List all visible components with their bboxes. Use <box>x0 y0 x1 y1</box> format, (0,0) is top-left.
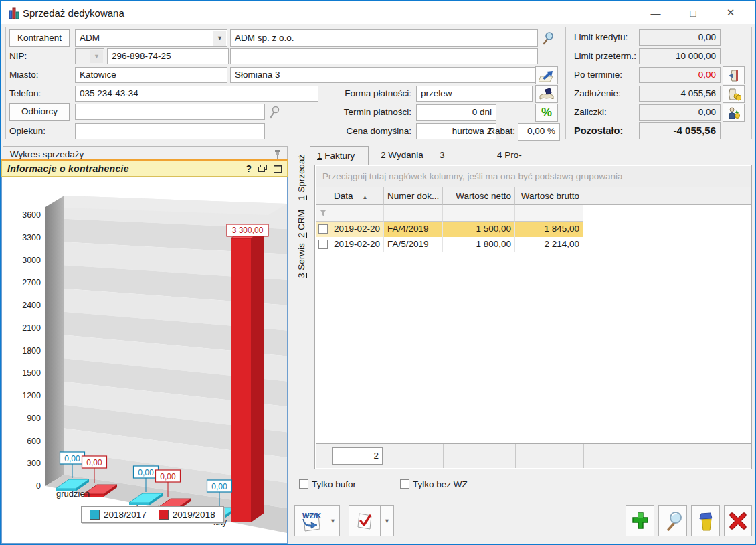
rabat-field[interactable]: 0,00 % <box>518 123 560 141</box>
row-count: 2 <box>332 447 383 465</box>
tab-rezerwacje[interactable]: 3 Rezerwacje <box>433 146 497 165</box>
header-data[interactable]: Data▲ <box>330 187 384 205</box>
row-checkbox-cell[interactable] <box>316 222 330 237</box>
header-checkbox-column[interactable] <box>316 187 330 205</box>
miasto-label: Miasto: <box>9 67 39 83</box>
kontrahent-button[interactable]: Kontrahent <box>9 29 70 47</box>
tylko-bez-wz-label: Tylko bez WZ <box>413 479 468 490</box>
tylko-bufor-label: Tylko bufor <box>312 479 356 490</box>
svg-text:grudzień: grudzień <box>56 489 90 499</box>
filter-funnel-icon[interactable] <box>319 209 327 217</box>
extra-name-field[interactable] <box>230 48 538 64</box>
view-button[interactable] <box>658 505 687 536</box>
table-row[interactable]: 2019-02-20 FA/5/2019 1 800,00 2 214,00 <box>316 237 583 252</box>
tylko-bez-wz-checkbox[interactable] <box>400 479 409 489</box>
tylko-bufor-checkbox[interactable] <box>299 479 308 489</box>
filter-cell[interactable] <box>443 205 515 222</box>
cell-numer[interactable]: FA/4/2019 <box>384 222 443 237</box>
filter-cell[interactable] <box>515 205 583 222</box>
table-row[interactable]: 2019-02-20 FA/4/2019 1 500,00 1 845,00 <box>316 222 583 237</box>
odbiorcy-button[interactable]: Odbiorcy <box>9 103 70 121</box>
chevron-down-icon: ▼ <box>90 50 103 63</box>
tab-crm[interactable]: 2 CRM <box>292 209 312 238</box>
row-checkbox[interactable] <box>318 224 328 234</box>
minimize-button[interactable]: — <box>637 1 674 24</box>
send-address-button[interactable] <box>535 66 558 84</box>
add-button[interactable] <box>626 505 654 536</box>
termin-field[interactable]: 0 dni <box>416 104 496 121</box>
pin-icon[interactable] <box>274 149 282 159</box>
approve-dropdown[interactable]: ▼ <box>381 505 394 536</box>
opiekun-field[interactable] <box>75 123 265 139</box>
row-checkbox-cell[interactable] <box>316 237 330 252</box>
search-icon[interactable] <box>541 31 555 46</box>
approve-button[interactable] <box>349 505 381 536</box>
svg-text:2400: 2400 <box>22 301 41 310</box>
tab-faktury[interactable]: 1 Faktury <box>310 146 369 165</box>
cell-netto[interactable]: 1 500,00 <box>443 222 515 237</box>
tab-serwis[interactable]: 3 Serwis <box>292 241 312 280</box>
limit-przeterm-label: Limit przeterm.: <box>574 48 636 64</box>
tab-sprzedaz[interactable]: 1 Sprzedaż <box>292 149 312 206</box>
telefon-field[interactable]: 035 234-43-34 <box>75 86 318 102</box>
wzk-document-icon: WZ/K <box>298 509 322 533</box>
delete-button[interactable] <box>691 505 720 536</box>
discount-button[interactable]: % <box>535 104 558 122</box>
forma-platnosci-field[interactable]: przelew <box>416 86 533 102</box>
filter-cell[interactable] <box>384 205 443 222</box>
svg-text:2700: 2700 <box>22 278 41 287</box>
pozostalo-value: -4 055,56 <box>639 122 721 139</box>
svg-text:0,00: 0,00 <box>160 472 176 481</box>
cell-brutto[interactable]: 1 845,00 <box>515 222 583 237</box>
cell-netto[interactable]: 1 800,00 <box>443 237 515 252</box>
filter-cell[interactable] <box>330 205 384 222</box>
header-empty <box>583 187 751 205</box>
wykres-title: Wykres sprzedaży <box>10 149 84 159</box>
kontrahent-name-field[interactable]: ADM sp. z o.o. <box>230 29 538 47</box>
wzk-button[interactable]: WZ/K <box>294 505 326 536</box>
header-brutto[interactable]: Wartość brutto <box>515 187 583 205</box>
termin-label: Termin płatności: <box>304 104 411 121</box>
wzk-dropdown[interactable]: ▼ <box>326 505 340 536</box>
overdue-payments-button[interactable] <box>723 66 745 84</box>
cena-label: Cena domyślna: <box>304 123 411 139</box>
advances-button[interactable] <box>723 104 745 122</box>
filter-cell[interactable] <box>316 205 330 222</box>
cell-data[interactable]: 2019-02-20 <box>330 222 384 237</box>
adres-field[interactable]: Słomiana 3 <box>230 67 538 83</box>
po-terminie-value: 0,00 <box>639 67 721 83</box>
header-netto[interactable]: Wartość netto <box>443 187 515 205</box>
check-document-icon <box>353 510 376 532</box>
payment-history-button[interactable] <box>535 85 558 103</box>
tab-wydania[interactable]: 2 Wydania <box>374 146 432 165</box>
trash-icon <box>696 510 716 532</box>
cell-brutto[interactable]: 2 214,00 <box>515 237 583 252</box>
zaliczki-value: 0,00 <box>639 104 721 121</box>
pozostalo-label: Pozostało: <box>574 123 623 139</box>
tab-pro-forma[interactable]: 4 Pro-Forma <box>490 146 552 165</box>
row-checkbox[interactable] <box>318 240 328 249</box>
miasto-field[interactable]: Katowice <box>75 67 227 83</box>
close-button[interactable]: ✕ <box>712 1 749 24</box>
app-icon <box>8 7 21 20</box>
header-numer[interactable]: Numer dok... <box>384 187 443 205</box>
kontrahent-code-combo[interactable]: ADM ▼ <box>75 29 227 47</box>
advances-person-icon <box>727 106 741 120</box>
group-by-hint[interactable]: Przeciągnij tutaj nagłówek kolumny, jeśl… <box>316 166 751 187</box>
nip-field[interactable]: 296-898-74-25 <box>107 48 229 64</box>
odbiorcy-search-icon[interactable] <box>268 104 281 119</box>
cell-data[interactable]: 2019-02-20 <box>330 237 384 252</box>
svg-text:3 300,00: 3 300,00 <box>232 226 264 235</box>
limit-kredytu-label: Limit kredytu: <box>574 29 628 46</box>
cancel-button[interactable] <box>724 505 752 536</box>
debt-preview-button[interactable] <box>723 85 745 103</box>
restore-icon[interactable] <box>258 165 267 173</box>
cell-numer[interactable]: FA/5/2019 <box>384 237 443 252</box>
maximize-button[interactable]: □ <box>674 1 712 24</box>
chevron-down-icon[interactable]: ▼ <box>213 31 226 46</box>
help-icon[interactable]: ? <box>246 163 252 174</box>
odbiorcy-field[interactable] <box>75 104 265 120</box>
legend-entry: 2018/2017 <box>90 510 147 520</box>
window-title: Sprzedaż dedykowana <box>23 7 124 19</box>
maximize-panel-icon[interactable] <box>274 165 282 173</box>
